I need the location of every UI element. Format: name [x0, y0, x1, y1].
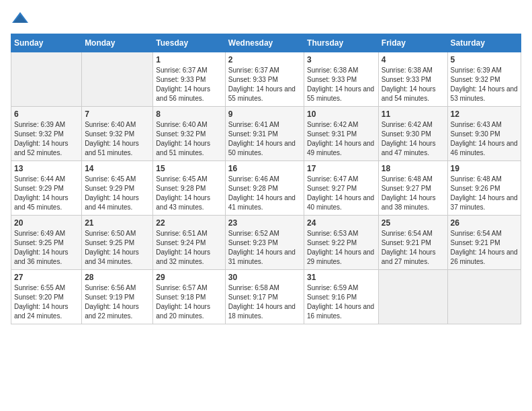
column-header-monday: Monday: [82, 34, 153, 52]
day-number: 26: [451, 218, 518, 228]
day-info: Sunrise: 6:37 AMSunset: 9:33 PMDaylight:…: [156, 66, 210, 102]
calendar-cell: 28Sunrise: 6:56 AMSunset: 9:19 PMDayligh…: [82, 270, 153, 324]
calendar-cell: 31Sunrise: 6:59 AMSunset: 9:16 PMDayligh…: [304, 270, 379, 324]
calendar-cell: 29Sunrise: 6:57 AMSunset: 9:18 PMDayligh…: [153, 270, 225, 324]
day-info: Sunrise: 6:39 AMSunset: 9:32 PMDaylight:…: [14, 121, 69, 156]
day-number: 30: [228, 273, 301, 282]
day-info: Sunrise: 6:48 AMSunset: 9:26 PMDaylight:…: [451, 175, 518, 211]
column-header-thursday: Thursday: [304, 34, 379, 52]
day-number: 19: [451, 164, 518, 173]
day-number: 13: [14, 164, 79, 173]
day-number: 23: [228, 218, 301, 228]
day-info: Sunrise: 6:38 AMSunset: 9:33 PMDaylight:…: [382, 66, 436, 102]
day-info: Sunrise: 6:51 AMSunset: 9:24 PMDaylight:…: [156, 230, 210, 265]
day-info: Sunrise: 6:45 AMSunset: 9:28 PMDaylight:…: [156, 175, 210, 211]
day-number: 21: [85, 218, 150, 228]
day-info: Sunrise: 6:58 AMSunset: 9:17 PMDaylight:…: [228, 284, 296, 320]
calendar-header-row: SundayMondayTuesdayWednesdayThursdayFrid…: [11, 34, 521, 52]
day-number: 18: [382, 164, 445, 173]
calendar-cell: 27Sunrise: 6:55 AMSunset: 9:20 PMDayligh…: [11, 270, 82, 324]
calendar-table: SundayMondayTuesdayWednesdayThursdayFrid…: [11, 34, 521, 324]
day-number: 28: [85, 273, 150, 282]
calendar-week-row: 1Sunrise: 6:37 AMSunset: 9:33 PMDaylight…: [11, 52, 521, 107]
calendar-cell: 18Sunrise: 6:48 AMSunset: 9:27 PMDayligh…: [378, 161, 447, 216]
day-info: Sunrise: 6:40 AMSunset: 9:32 PMDaylight:…: [85, 121, 139, 156]
calendar-week-row: 20Sunrise: 6:49 AMSunset: 9:25 PMDayligh…: [11, 216, 521, 270]
day-info: Sunrise: 6:49 AMSunset: 9:25 PMDaylight:…: [14, 230, 69, 265]
day-number: 17: [307, 164, 375, 173]
day-number: 2: [228, 55, 301, 64]
day-number: 15: [156, 164, 222, 173]
calendar-cell: 20Sunrise: 6:49 AMSunset: 9:25 PMDayligh…: [11, 216, 82, 270]
day-info: Sunrise: 6:38 AMSunset: 9:33 PMDaylight:…: [307, 66, 374, 102]
day-number: 8: [156, 109, 222, 119]
day-number: 31: [307, 273, 375, 282]
calendar-cell: 26Sunrise: 6:54 AMSunset: 9:21 PMDayligh…: [447, 216, 521, 270]
day-info: Sunrise: 6:44 AMSunset: 9:29 PMDaylight:…: [14, 175, 69, 211]
column-header-friday: Friday: [378, 34, 447, 52]
day-number: 22: [156, 218, 222, 228]
day-number: 4: [382, 55, 445, 64]
calendar-cell: 1Sunrise: 6:37 AMSunset: 9:33 PMDaylight…: [153, 52, 225, 107]
day-info: Sunrise: 6:54 AMSunset: 9:21 PMDaylight:…: [451, 230, 518, 265]
calendar-cell: 22Sunrise: 6:51 AMSunset: 9:24 PMDayligh…: [153, 216, 225, 270]
calendar-cell: [11, 52, 82, 107]
day-number: 24: [307, 218, 375, 228]
column-header-wednesday: Wednesday: [225, 34, 304, 52]
day-number: 12: [451, 109, 518, 119]
day-number: 3: [307, 55, 375, 64]
calendar-cell: 4Sunrise: 6:38 AMSunset: 9:33 PMDaylight…: [378, 52, 447, 107]
calendar-cell: 12Sunrise: 6:43 AMSunset: 9:30 PMDayligh…: [447, 107, 521, 161]
column-header-tuesday: Tuesday: [153, 34, 225, 52]
day-info: Sunrise: 6:39 AMSunset: 9:32 PMDaylight:…: [451, 66, 518, 102]
day-info: Sunrise: 6:59 AMSunset: 9:16 PMDaylight:…: [307, 284, 374, 320]
column-header-saturday: Saturday: [447, 34, 521, 52]
calendar-cell: 9Sunrise: 6:41 AMSunset: 9:31 PMDaylight…: [225, 107, 304, 161]
calendar-cell: 7Sunrise: 6:40 AMSunset: 9:32 PMDaylight…: [82, 107, 153, 161]
calendar-cell: 2Sunrise: 6:37 AMSunset: 9:33 PMDaylight…: [225, 52, 304, 107]
calendar-cell: 23Sunrise: 6:52 AMSunset: 9:23 PMDayligh…: [225, 216, 304, 270]
day-info: Sunrise: 6:46 AMSunset: 9:28 PMDaylight:…: [228, 175, 296, 211]
day-number: 29: [156, 273, 222, 282]
page-header: [11, 11, 521, 26]
day-info: Sunrise: 6:37 AMSunset: 9:33 PMDaylight:…: [228, 66, 296, 102]
calendar-cell: 14Sunrise: 6:45 AMSunset: 9:29 PMDayligh…: [82, 161, 153, 216]
calendar-cell: 6Sunrise: 6:39 AMSunset: 9:32 PMDaylight…: [11, 107, 82, 161]
calendar-cell: [378, 270, 447, 324]
day-info: Sunrise: 6:42 AMSunset: 9:30 PMDaylight:…: [382, 121, 436, 156]
calendar-cell: 8Sunrise: 6:40 AMSunset: 9:32 PMDaylight…: [153, 107, 225, 161]
calendar-cell: [82, 52, 153, 107]
calendar-cell: 24Sunrise: 6:53 AMSunset: 9:22 PMDayligh…: [304, 216, 379, 270]
calendar-cell: 21Sunrise: 6:50 AMSunset: 9:25 PMDayligh…: [82, 216, 153, 270]
calendar-cell: 17Sunrise: 6:47 AMSunset: 9:27 PMDayligh…: [304, 161, 379, 216]
day-number: 6: [14, 109, 79, 119]
day-info: Sunrise: 6:55 AMSunset: 9:20 PMDaylight:…: [14, 284, 69, 320]
day-info: Sunrise: 6:45 AMSunset: 9:29 PMDaylight:…: [85, 175, 139, 211]
calendar-week-row: 6Sunrise: 6:39 AMSunset: 9:32 PMDaylight…: [11, 107, 521, 161]
day-info: Sunrise: 6:43 AMSunset: 9:30 PMDaylight:…: [451, 121, 518, 156]
calendar-cell: 5Sunrise: 6:39 AMSunset: 9:32 PMDaylight…: [447, 52, 521, 107]
calendar-cell: 16Sunrise: 6:46 AMSunset: 9:28 PMDayligh…: [225, 161, 304, 216]
day-info: Sunrise: 6:48 AMSunset: 9:27 PMDaylight:…: [382, 175, 436, 211]
day-number: 27: [14, 273, 79, 282]
day-info: Sunrise: 6:52 AMSunset: 9:23 PMDaylight:…: [228, 230, 296, 265]
calendar-cell: 10Sunrise: 6:42 AMSunset: 9:31 PMDayligh…: [304, 107, 379, 161]
calendar-cell: 3Sunrise: 6:38 AMSunset: 9:33 PMDaylight…: [304, 52, 379, 107]
calendar-cell: 19Sunrise: 6:48 AMSunset: 9:26 PMDayligh…: [447, 161, 521, 216]
day-info: Sunrise: 6:42 AMSunset: 9:31 PMDaylight:…: [307, 121, 374, 156]
day-number: 16: [228, 164, 301, 173]
day-info: Sunrise: 6:47 AMSunset: 9:27 PMDaylight:…: [307, 175, 374, 211]
day-info: Sunrise: 6:41 AMSunset: 9:31 PMDaylight:…: [228, 121, 296, 156]
day-number: 20: [14, 218, 79, 228]
day-number: 11: [382, 109, 445, 119]
day-number: 25: [382, 218, 445, 228]
calendar-cell: 25Sunrise: 6:54 AMSunset: 9:21 PMDayligh…: [378, 216, 447, 270]
day-number: 10: [307, 109, 375, 119]
day-info: Sunrise: 6:56 AMSunset: 9:19 PMDaylight:…: [85, 284, 139, 320]
calendar-cell: 30Sunrise: 6:58 AMSunset: 9:17 PMDayligh…: [225, 270, 304, 324]
day-number: 1: [156, 55, 222, 64]
calendar-cell: [447, 270, 521, 324]
calendar-cell: 15Sunrise: 6:45 AMSunset: 9:28 PMDayligh…: [153, 161, 225, 216]
day-info: Sunrise: 6:57 AMSunset: 9:18 PMDaylight:…: [156, 284, 210, 320]
calendar-cell: 11Sunrise: 6:42 AMSunset: 9:30 PMDayligh…: [378, 107, 447, 161]
